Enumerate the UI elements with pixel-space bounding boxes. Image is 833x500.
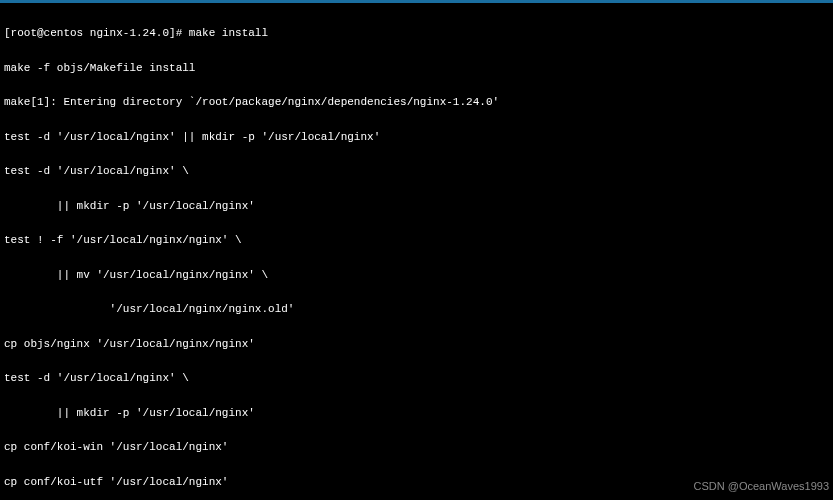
watermark: CSDN @OceanWaves1993 bbox=[694, 481, 829, 493]
terminal-line: cp objs/nginx '/usr/local/nginx/nginx' bbox=[4, 339, 829, 351]
terminal-line: || mv '/usr/local/nginx/nginx' \ bbox=[4, 270, 829, 282]
terminal-line: cp conf/koi-win '/usr/local/nginx' bbox=[4, 442, 829, 454]
terminal-line: || mkdir -p '/usr/local/nginx' bbox=[4, 201, 829, 213]
terminal-output[interactable]: [root@centos nginx-1.24.0]# make install… bbox=[0, 3, 833, 500]
terminal-line: test -d '/usr/local/nginx' || mkdir -p '… bbox=[4, 132, 829, 144]
terminal-line: test ! -f '/usr/local/nginx/nginx' \ bbox=[4, 235, 829, 247]
terminal-line: '/usr/local/nginx/nginx.old' bbox=[4, 304, 829, 316]
terminal-line: [root@centos nginx-1.24.0]# make install bbox=[4, 28, 829, 40]
terminal-line: make[1]: Entering directory `/root/packa… bbox=[4, 97, 829, 109]
terminal-line: make -f objs/Makefile install bbox=[4, 63, 829, 75]
terminal-line: test -d '/usr/local/nginx' \ bbox=[4, 166, 829, 178]
terminal-line: test -d '/usr/local/nginx' \ bbox=[4, 373, 829, 385]
terminal-line: || mkdir -p '/usr/local/nginx' bbox=[4, 408, 829, 420]
